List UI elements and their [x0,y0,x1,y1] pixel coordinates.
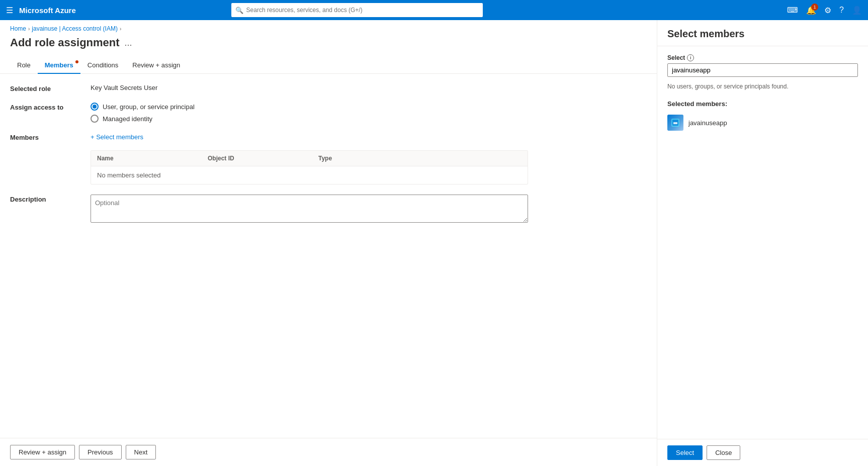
notifications-icon[interactable]: 🔔 1 [806,6,816,15]
right-panel-header: Select members [657,20,868,46]
right-panel-footer: Select Close [657,439,868,466]
main-layout: Home › javainuse | Access control (IAM) … [0,20,868,466]
settings-icon[interactable]: ⚙ [824,6,831,15]
radio-user-group[interactable]: User, group, or service principal [91,103,195,111]
col-header-type: Type [318,155,522,162]
members-table: Name Object ID Type No members selected [91,150,528,184]
right-panel-title: Select members [667,28,858,40]
radio-user-group-circle [91,103,99,111]
next-button[interactable]: Next [126,445,156,459]
page-header: Add role assignment ... [0,34,657,49]
selected-members-label: Selected members: [667,100,858,108]
more-options-icon[interactable]: ... [125,38,132,48]
select-info-icon[interactable]: i [687,54,694,61]
assign-access-options: User, group, or service principal Manage… [91,103,195,123]
content-area: Home › javainuse | Access control (IAM) … [0,20,657,466]
member-name: javainuseapp [688,119,727,127]
description-textarea[interactable] [91,195,528,223]
tab-members[interactable]: Members [38,57,80,74]
topbar: ☰ Microsoft Azure 🔍 ⌨ 🔔 1 ⚙ ? 👤 [0,0,868,20]
description-row: Description [10,195,647,223]
breadcrumb-sep-1: › [28,26,30,32]
selected-role-value: Key Vault Secrets User [91,84,157,91]
selected-role-row: Selected role Key Vault Secrets User [10,84,647,92]
app-logo: Microsoft Azure [19,6,76,15]
topbar-icons: ⌨ 🔔 1 ⚙ ? 👤 [787,6,862,15]
selected-member-item: javainuseapp [667,112,858,134]
breadcrumb-home[interactable]: Home [10,25,26,32]
col-header-name: Name [97,155,208,162]
select-field-label: Select i [667,54,858,61]
hamburger-icon[interactable]: ☰ [6,6,13,15]
cloudshell-icon[interactable]: ⌨ [787,6,798,15]
help-icon[interactable]: ? [839,6,844,15]
selected-role-label: Selected role [10,84,80,92]
assign-access-label: Assign access to [10,103,80,111]
right-panel-body: Select i No users, groups, or service pr… [657,46,868,439]
search-panel-input[interactable] [667,63,858,77]
bottom-bar: Review + assign Previous Next [0,438,657,466]
tab-role[interactable]: Role [10,57,38,74]
radio-managed-identity[interactable]: Managed identity [91,115,195,123]
table-empty-message: No members selected [91,166,528,184]
right-panel-close-button[interactable]: Close [707,445,740,460]
radio-managed-identity-label: Managed identity [103,115,152,123]
search-input[interactable] [246,7,479,14]
notification-badge: 1 [811,4,818,11]
form-content: Selected role Key Vault Secrets User Ass… [0,74,657,438]
page-title: Add role assignment [10,36,120,49]
member-avatar-icon [667,115,683,131]
table-header: Name Object ID Type [91,151,528,166]
col-header-object-id: Object ID [208,155,318,162]
radio-user-group-label: User, group, or service principal [103,103,195,111]
members-row: Members + Select members Name Object ID … [10,133,647,184]
tabs-bar: Role Members Conditions Review + assign [0,49,657,74]
right-panel: Select members Select i No users, groups… [657,20,868,466]
tab-conditions[interactable]: Conditions [80,57,125,74]
search-icon: 🔍 [235,7,243,14]
breadcrumb-sep-2: › [120,26,121,32]
previous-button[interactable]: Previous [79,445,122,459]
svg-rect-2 [673,122,677,124]
review-assign-button[interactable]: Review + assign [10,445,75,459]
right-panel-select-button[interactable]: Select [667,445,703,460]
tab-review-assign[interactable]: Review + assign [125,57,187,74]
account-icon[interactable]: 👤 [852,6,862,15]
assign-access-row: Assign access to User, group, or service… [10,103,647,123]
no-results-text: No users, groups, or service principals … [667,83,858,90]
search-bar: 🔍 [231,3,483,17]
member-avatar [667,115,683,131]
radio-managed-identity-circle [91,115,99,123]
breadcrumb-iam[interactable]: javainuse | Access control (IAM) [32,25,118,32]
select-members-link[interactable]: + Select members [91,133,143,141]
breadcrumb: Home › javainuse | Access control (IAM) … [0,20,657,34]
description-label: Description [10,195,80,203]
members-label: Members [10,133,80,141]
tab-members-dot [75,60,78,63]
